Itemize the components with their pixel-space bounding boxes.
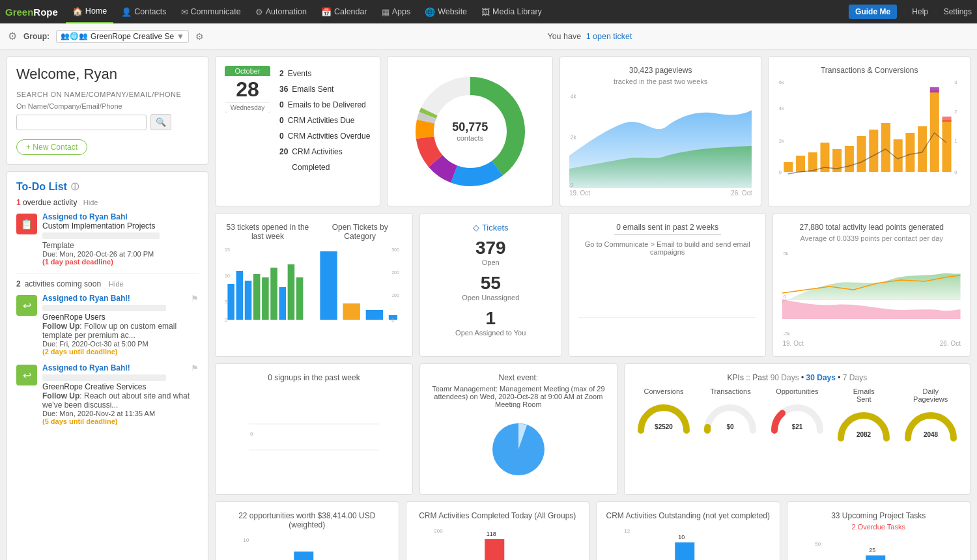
- hide-coming-soon-link[interactable]: Hide: [109, 280, 124, 288]
- svg-rect-49: [343, 303, 360, 320]
- coming-soon-assigned-1[interactable]: Assigned to Ryan Bahl!: [42, 294, 130, 303]
- media-library-icon: 🖼: [481, 7, 490, 17]
- nav-calendar[interactable]: 📅 Calendar: [315, 0, 374, 23]
- new-contact-button[interactable]: + New Contact: [16, 139, 87, 155]
- donut-label: 50,775 contacts: [452, 120, 488, 142]
- cs-action-2: Follow Up: Reach out about site and what…: [42, 391, 199, 410]
- svg-rect-83: [866, 555, 885, 560]
- top-row: October 28 Wednesday 2Events 36Emails Se…: [215, 56, 970, 206]
- tickets-category-chart: 300 200 100 0: [317, 245, 403, 323]
- svg-text:10: 10: [678, 534, 685, 540]
- next-event-card: Next event: Teamr Management: Management…: [419, 363, 617, 495]
- nav-automation[interactable]: ⚙ Automation: [249, 0, 313, 23]
- calendar-day: 28: [225, 76, 270, 102]
- contacts-count: 50,775: [452, 120, 488, 134]
- nav-communicate[interactable]: ✉ Communicate: [175, 0, 248, 23]
- kpi-90-days[interactable]: 90 Days: [771, 373, 801, 382]
- kpi-daily-pageviews: DailyPageviews 2048: [901, 387, 960, 441]
- todo-title: To-Do List ⓘ: [16, 181, 199, 193]
- overdue-count: 1: [16, 198, 21, 207]
- svg-rect-24: [942, 120, 952, 172]
- svg-text:10: 10: [225, 273, 230, 279]
- project-tasks-title: 33 Upcoming Project Tasks: [797, 511, 961, 520]
- kpi-transactions-label: Transactions: [701, 387, 759, 395]
- kpi-30-days[interactable]: 30 Days: [806, 373, 838, 382]
- svg-rect-37: [245, 281, 252, 320]
- nav-media-library[interactable]: 🖼 Media Library: [475, 0, 548, 23]
- guide-me-button[interactable]: Guide Me: [849, 5, 897, 19]
- tickets-category-title: Open Tickets by Category: [317, 223, 403, 241]
- nav-home[interactable]: 🏠 Home: [66, 0, 113, 23]
- svg-rect-41: [279, 287, 286, 320]
- transactions-card: Transactions & Conversions: [768, 56, 970, 206]
- svg-text:0: 0: [391, 317, 394, 323]
- coming-soon-item-2: ↩ Assigned to Ryan Bahl! ⚑ GreenRope Cre…: [16, 363, 199, 425]
- group-settings-icon[interactable]: ⚙: [195, 31, 204, 42]
- email-stats-card: 0 emails sent in past 2 weeks Go to Comm…: [569, 213, 767, 357]
- svg-text:0: 0: [571, 182, 574, 188]
- svg-text:10: 10: [243, 537, 249, 543]
- svg-text:4k: 4k: [779, 105, 784, 111]
- coming-soon-item-1: ↩ Assigned to Ryan Bahl! ⚑ GreenRope Use…: [16, 294, 199, 356]
- svg-rect-20: [894, 139, 903, 172]
- help-question-icon: ?: [902, 7, 907, 17]
- coming-soon-content-2: Assigned to Ryan Bahl! ⚑ GreenRope Creat…: [42, 363, 199, 425]
- svg-text:2048: 2048: [924, 431, 939, 438]
- svg-rect-16: [845, 146, 854, 172]
- kpi-7-days[interactable]: 7 Days: [843, 373, 867, 382]
- svg-rect-17: [857, 136, 866, 172]
- svg-rect-43: [296, 277, 304, 320]
- calendar-month: October: [225, 66, 270, 76]
- search-input[interactable]: [16, 115, 147, 130]
- tickets-link[interactable]: ◇ Tickets: [429, 223, 552, 232]
- hide-overdue-link[interactable]: Hide: [83, 199, 98, 206]
- group-selector[interactable]: 👥🌐👥 GreenRope Creative Se ▼: [56, 30, 189, 43]
- activity-assigned[interactable]: Assigned to Ryan Bahl: [42, 212, 199, 221]
- tickets-unassigned-label: Open Unassigned: [429, 294, 552, 301]
- open-ticket-link[interactable]: 1 open ticket: [586, 32, 632, 41]
- pageviews-axis: 19. Oct 26. Oct: [569, 189, 752, 197]
- nav-apps[interactable]: ▦ Apps: [375, 0, 418, 23]
- svg-rect-22: [918, 126, 927, 172]
- overdue-activity-content: Assigned to Ryan Bahl Custom Implementat…: [42, 212, 199, 266]
- home-icon: 🏠: [72, 7, 83, 16]
- settings-link[interactable]: Settings: [944, 7, 972, 16]
- search-button[interactable]: 🔍: [150, 114, 171, 130]
- flag-icon-1[interactable]: ⚑: [191, 294, 199, 303]
- nav-contacts[interactable]: 👤 Contacts: [115, 0, 173, 23]
- tickets-assigned-you-num: 1: [429, 308, 552, 329]
- help-link[interactable]: Help: [912, 7, 928, 16]
- svg-text:0: 0: [250, 431, 253, 437]
- logo[interactable]: GreenRope: [5, 7, 58, 18]
- todo-info-icon[interactable]: ⓘ: [71, 182, 79, 193]
- lead-points-subtitle: Average of 0.0339 points per contact per…: [782, 234, 961, 242]
- opportunities-card: 22 opportunities worth $38,414.00 USD (w…: [215, 501, 399, 560]
- opportunities-chart: 10: [225, 532, 389, 560]
- cs-action-1: Follow Up: Follow up on custom email tem…: [42, 322, 199, 340]
- kpi-emails-sent-label: EmailsSent: [834, 387, 893, 403]
- cs-deadline-2: (5 days until deadline): [42, 417, 199, 425]
- transactions-chart: 6k 4k 2k 0 3 2 1 0: [778, 77, 961, 182]
- calendar-header: October 28 Wednesday 2Events 36Emails Se…: [225, 66, 371, 175]
- event-num-0: 2: [279, 66, 284, 81]
- svg-rect-12: [796, 156, 805, 172]
- pageviews-x-left: 19. Oct: [569, 189, 590, 197]
- coming-soon-header: 2 activities coming soon Hide: [16, 279, 199, 288]
- settings-gear-icon[interactable]: ⚙: [8, 30, 17, 42]
- coming-soon-assigned-2[interactable]: Assigned to Ryan Bahl!: [42, 363, 130, 373]
- menu-icon[interactable]: ≡: [933, 7, 939, 17]
- crm-completed-chart: 200 118: [416, 523, 580, 560]
- tickets-assigned-you-label: Open Assigned to You: [429, 329, 552, 337]
- next-event-title: Next event:: [429, 373, 608, 382]
- activity-project: Custom Implementation Projects: [42, 221, 199, 231]
- transactions-title: Transactions & Conversions: [778, 66, 961, 75]
- svg-text:50: 50: [815, 541, 821, 547]
- calendar-events-card: October 28 Wednesday 2Events 36Emails Se…: [215, 56, 380, 206]
- svg-text:0: 0: [225, 317, 227, 323]
- crm-outstanding-chart: 12 10: [606, 523, 771, 560]
- flag-icon-2[interactable]: ⚑: [191, 363, 199, 373]
- pageviews-subtitle: tracked in the past two weeks: [569, 77, 752, 85]
- kpi-opportunities-label: Opportunities: [768, 387, 827, 395]
- nav-website[interactable]: 🌐 Website: [418, 0, 474, 23]
- coming-soon-content-1: Assigned to Ryan Bahl! ⚑ GreenRope Users…: [42, 294, 199, 356]
